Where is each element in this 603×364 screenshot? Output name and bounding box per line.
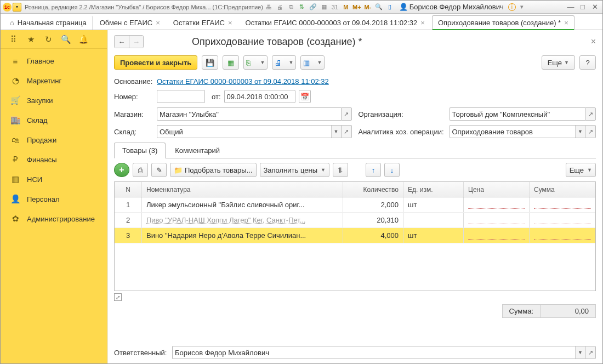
analytics-input[interactable]: Оприходование товаров▼: [450, 125, 585, 138]
chevron-down-icon[interactable]: ▼: [575, 346, 585, 359]
refresh-icon[interactable]: ⇅: [297, 2, 307, 12]
info-icon[interactable]: i: [508, 3, 516, 11]
post-and-close-button[interactable]: Провести и закрыть: [114, 55, 197, 70]
chevron-down-icon[interactable]: ▼: [331, 126, 341, 138]
save-button[interactable]: 💾: [202, 55, 218, 70]
close-icon[interactable]: ×: [228, 19, 232, 27]
grid-row[interactable]: 2 Пиво "УРАЛ-НАШ Хоппи Лагер" Кег. Санкт…: [115, 213, 595, 228]
warehouse-open-button[interactable]: ↗: [341, 125, 352, 138]
m-minus-icon[interactable]: M-: [363, 2, 373, 12]
nav-main[interactable]: ≡Главное: [1, 51, 107, 71]
print-button[interactable]: 🖨▼: [272, 55, 296, 70]
nav-finance[interactable]: ₽Финансы: [1, 150, 107, 169]
apps-icon[interactable]: ⠿: [8, 35, 18, 44]
nav-warehouse[interactable]: 🏬Склад: [1, 110, 107, 130]
expand-grid-button[interactable]: ⤢: [114, 293, 122, 301]
close-icon[interactable]: ×: [564, 19, 568, 27]
col-nomenclature[interactable]: Номенклатура: [142, 182, 343, 197]
nav-sales[interactable]: 🛍Продажи: [1, 130, 107, 150]
grid-row[interactable]: 1 Ликер эмульсионный "Бэйлис сливочный о…: [115, 197, 595, 213]
history-icon[interactable]: ↻: [43, 35, 53, 44]
add-row-button[interactable]: +: [114, 163, 129, 177]
basis-link[interactable]: Остатки ЕГАИС 0000-000003 от 09.04.2018 …: [157, 77, 329, 86]
date-input[interactable]: 09.04.2018 0:00:00: [224, 90, 295, 103]
post-button[interactable]: ▦: [223, 55, 239, 70]
form-toolbar: Провести и закрыть 💾 ▦ ⎘▼ 🖨▼ ▥▼ Еще▼ ?: [114, 55, 596, 70]
chevron-down-icon: ▼: [564, 60, 569, 65]
tab-egais-stock-doc[interactable]: Остатки ЕГАИС 0000-000003 от 09.04.2018 …: [240, 15, 431, 30]
from-label: от:: [212, 93, 221, 101]
search-icon[interactable]: 🔍: [61, 35, 71, 44]
grid-more-button[interactable]: Еще▼: [566, 163, 596, 177]
nav-purchases[interactable]: 🛒Закупки: [1, 90, 107, 110]
warehouse-input[interactable]: Общий▼: [157, 125, 341, 138]
minimize-button[interactable]: —: [565, 3, 576, 12]
forward-button[interactable]: →: [129, 36, 143, 48]
tab-comment[interactable]: Комментарий: [167, 143, 228, 158]
col-quantity[interactable]: Количество: [343, 182, 403, 197]
grid-row-selected[interactable]: 3 Вино "Надария Неро д'Авола Терре Сичил…: [115, 228, 595, 243]
close-icon[interactable]: ×: [156, 19, 160, 27]
pick-goods-button[interactable]: 📁Подобрать товары...: [170, 163, 257, 177]
m-icon[interactable]: M: [341, 2, 351, 12]
total-value: 0,00: [541, 305, 595, 317]
window-tabs: ⌂Начальная страница Обмен с ЕГАИС× Остат…: [1, 14, 602, 30]
window-icon[interactable]: ▯: [385, 2, 395, 12]
calendar-icon[interactable]: 31: [330, 2, 340, 12]
chevron-down-icon: ▼: [317, 60, 322, 65]
save-icon[interactable]: 🖶: [264, 2, 274, 12]
close-button[interactable]: ✕: [589, 3, 600, 12]
m-plus-icon[interactable]: M+: [352, 2, 362, 12]
chevron-down-icon[interactable]: ▼: [575, 126, 585, 138]
print-icon[interactable]: 🖨: [275, 2, 285, 12]
tab-goods-receipt[interactable]: Оприходование товаров (создание) *×: [432, 15, 574, 30]
tab-egais-stock[interactable]: Остатки ЕГАИС×: [167, 15, 238, 30]
copy-icon[interactable]: ⧉: [286, 2, 296, 12]
create-based-button[interactable]: ⎘▼: [243, 55, 268, 70]
form-close-button[interactable]: ×: [591, 37, 596, 47]
tab-goods[interactable]: Товары (3): [114, 143, 166, 158]
tab-home[interactable]: ⌂Начальная страница: [4, 15, 93, 30]
close-icon[interactable]: ×: [420, 19, 425, 27]
calc-icon[interactable]: ▦: [319, 2, 329, 12]
number-input[interactable]: [157, 90, 205, 103]
edit-button[interactable]: ✎: [151, 163, 167, 177]
store-input[interactable]: Магазин "Улыбка": [157, 107, 341, 121]
nav-admin[interactable]: ✿Администрирование: [1, 209, 107, 229]
responsible-input[interactable]: Борисов Федор Михайлович▼: [172, 346, 585, 359]
col-n[interactable]: N: [115, 182, 142, 197]
bell-icon[interactable]: 🔔: [78, 35, 88, 44]
app-menu-dropdown[interactable]: ▾: [13, 3, 21, 12]
fill-prices-button[interactable]: Заполнить цены▼: [260, 163, 329, 177]
responsible-open-button[interactable]: ↗: [585, 346, 596, 359]
move-up-button[interactable]: ↑: [366, 163, 381, 177]
analytics-open-button[interactable]: ↗: [585, 125, 596, 138]
move-rows-button[interactable]: ⥮: [333, 163, 348, 177]
barcode-button[interactable]: ⎙: [133, 163, 148, 177]
col-sum[interactable]: Сумма: [530, 182, 595, 197]
org-input[interactable]: Торговый дом "Комплексный": [450, 107, 585, 121]
nav-marketing[interactable]: ◔Маркетинг: [1, 71, 107, 90]
dropdown-icon[interactable]: ▾: [517, 2, 527, 12]
back-button[interactable]: ←: [115, 36, 129, 48]
store-open-button[interactable]: ↗: [341, 107, 352, 121]
total-label: Сумма:: [503, 305, 541, 317]
col-price[interactable]: Цена: [464, 182, 530, 197]
help-button[interactable]: ?: [579, 55, 596, 70]
date-picker-button[interactable]: 📅: [299, 90, 311, 103]
more-button[interactable]: Еще▼: [542, 55, 575, 70]
org-open-button[interactable]: ↗: [585, 107, 596, 121]
col-unit[interactable]: Ед. изм.: [403, 182, 464, 197]
current-user[interactable]: 👤Борисов Федор Михайлович: [399, 3, 504, 11]
report-button[interactable]: ▥▼: [300, 55, 325, 70]
nav-nsi[interactable]: ▥НСИ: [1, 169, 107, 189]
move-down-button[interactable]: ↓: [384, 163, 400, 177]
nav-personnel[interactable]: 👤Персонал: [1, 189, 107, 209]
maximize-button[interactable]: □: [577, 3, 588, 12]
link-icon[interactable]: 🔗: [308, 2, 318, 12]
form-area: ← → Оприходование товаров (создание) * ×…: [107, 30, 602, 363]
favorite-icon[interactable]: ★: [26, 35, 36, 44]
tab-egais-exchange[interactable]: Обмен с ЕГАИС×: [94, 15, 166, 30]
grid-toolbar: + ⎙ ✎ 📁Подобрать товары... Заполнить цен…: [114, 163, 596, 177]
zoom-icon[interactable]: 🔍: [374, 2, 384, 12]
